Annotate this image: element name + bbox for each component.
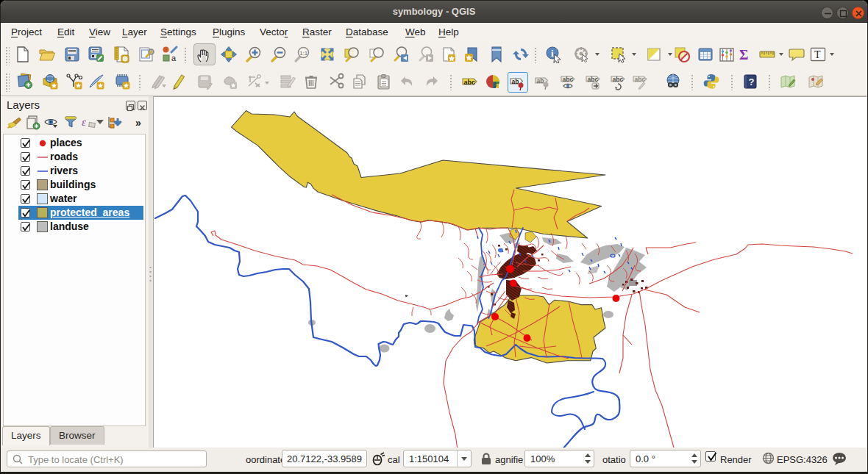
svg-text:abc: abc: [635, 76, 646, 83]
svg-text:ε: ε: [82, 116, 86, 128]
svg-text:a: a: [171, 54, 177, 62]
svg-text:T: T: [814, 49, 821, 60]
svg-text:ab: ab: [512, 78, 519, 85]
svg-text:i: i: [551, 48, 554, 59]
svg-text:?: ?: [749, 76, 755, 87]
svg-text:Σ: Σ: [739, 47, 748, 62]
svg-text:abc: abc: [464, 79, 476, 86]
svg-text:1:1: 1:1: [299, 50, 308, 57]
svg-text:abc: abc: [613, 76, 624, 83]
svg-text:abc: abc: [588, 76, 599, 83]
svg-text:ab: ab: [537, 77, 544, 85]
svg-text:abc: abc: [563, 76, 574, 83]
